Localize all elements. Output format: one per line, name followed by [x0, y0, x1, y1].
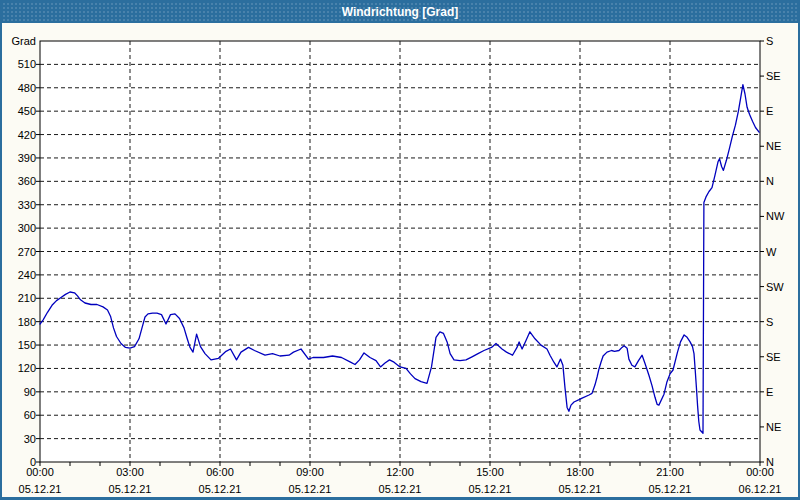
compass-label: NE — [766, 421, 781, 433]
compass-label: E — [766, 105, 773, 117]
y-axis-label: 120 — [18, 362, 36, 374]
compass-label: NW — [766, 210, 785, 222]
y-axis-label: 60 — [24, 409, 36, 421]
x-axis-time-label: 00:00 — [26, 466, 54, 478]
x-axis-date-label: 05.12.21 — [559, 483, 602, 495]
y-axis-label: 330 — [18, 199, 36, 211]
x-axis-time-label: 12:00 — [386, 466, 414, 478]
compass-label: SE — [766, 70, 781, 82]
y-axis-label: 90 — [24, 386, 36, 398]
x-axis-date-label: 05.12.21 — [469, 483, 512, 495]
x-axis-date-label: 05.12.21 — [199, 483, 242, 495]
x-axis-date-label: 05.12.21 — [109, 483, 152, 495]
wind-direction-chart: 5104804504203903603303002702402101801501… — [2, 2, 800, 500]
y-axis-label: 510 — [18, 58, 36, 70]
x-axis-time-label: 03:00 — [116, 466, 144, 478]
y-axis-label: 480 — [18, 82, 36, 94]
y-axis-unit-label: Grad — [12, 35, 36, 47]
x-axis-time-label: 09:00 — [296, 466, 324, 478]
x-axis-date-label: 05.12.21 — [379, 483, 422, 495]
compass-label: NE — [766, 140, 781, 152]
y-axis-label: 390 — [18, 152, 36, 164]
y-axis-label: 300 — [18, 222, 36, 234]
chart-window: Windrichtung [Grad] 51048045042039036033… — [0, 0, 800, 500]
y-axis-label: 150 — [18, 339, 36, 351]
x-axis-time-label: 00:00 — [746, 466, 774, 478]
x-axis-time-label: 15:00 — [476, 466, 504, 478]
x-axis-date-label: 05.12.21 — [19, 483, 62, 495]
x-axis-date-label: 06.12.21 — [739, 483, 782, 495]
compass-label: S — [766, 35, 773, 47]
y-axis-label: 360 — [18, 175, 36, 187]
compass-label: E — [766, 386, 773, 398]
y-axis-label: 450 — [18, 105, 36, 117]
x-axis-date-label: 05.12.21 — [649, 483, 692, 495]
compass-label: SW — [766, 281, 784, 293]
y-axis-label: 240 — [18, 269, 36, 281]
x-axis-time-label: 06:00 — [206, 466, 234, 478]
compass-label: W — [766, 246, 777, 258]
x-axis-time-label: 18:00 — [566, 466, 594, 478]
x-axis-time-label: 21:00 — [656, 466, 684, 478]
y-axis-label: 270 — [18, 246, 36, 258]
x-axis-date-label: 05.12.21 — [289, 483, 332, 495]
compass-label: SE — [766, 351, 781, 363]
compass-label: S — [766, 316, 773, 328]
y-axis-label: 30 — [24, 433, 36, 445]
y-axis-label: 180 — [18, 316, 36, 328]
y-axis-label: 420 — [18, 129, 36, 141]
y-axis-label: 210 — [18, 292, 36, 304]
title-bar: Windrichtung [Grad] — [2, 2, 798, 23]
window-title: Windrichtung [Grad] — [342, 2, 459, 23]
compass-label: N — [766, 175, 774, 187]
